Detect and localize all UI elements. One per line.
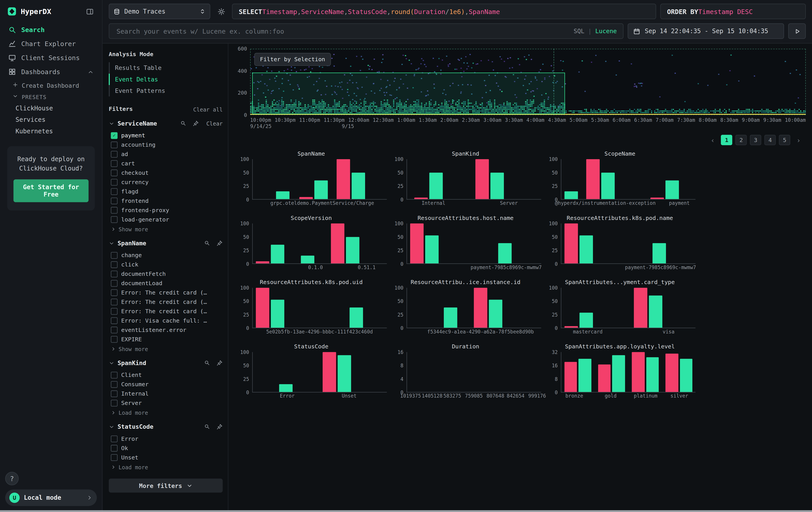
pagination-prev[interactable]: ‹: [707, 136, 718, 144]
checkbox[interactable]: [111, 390, 117, 397]
filter-option-consumer[interactable]: Consumer: [109, 380, 223, 389]
more-filters-button[interactable]: More filters: [109, 479, 223, 493]
sidebar-item-clickhouse[interactable]: ClickHouse: [0, 103, 102, 114]
filter-option-server[interactable]: Server: [109, 398, 223, 408]
order-by-input[interactable]: ORDER BY Timestamp DESC: [660, 4, 806, 19]
analysis-mode-results-table[interactable]: Results Table: [109, 62, 223, 74]
filter-option-error-visa-cache-full[interactable]: Error: Visa cache full: …: [109, 316, 223, 325]
facet-pin-icon[interactable]: [193, 120, 199, 127]
filter-option-error-the-credit-card[interactable]: Error: The credit card (…: [109, 297, 223, 306]
sidebar-item-client-sessions[interactable]: Client Sessions: [0, 51, 102, 65]
facet-search-icon[interactable]: [204, 424, 210, 430]
checkbox[interactable]: [111, 252, 117, 259]
analysis-mode-event-patterns[interactable]: Event Patterns: [109, 85, 223, 97]
facet-clear-button[interactable]: Clear: [206, 120, 223, 127]
analysis-mode-event-deltas[interactable]: Event Deltas: [109, 74, 223, 85]
checkbox[interactable]: [111, 141, 117, 148]
filter-option-ad[interactable]: ad: [109, 150, 223, 159]
source-select[interactable]: Demo Traces: [109, 4, 210, 19]
filter-option-load-generator[interactable]: load-generator: [109, 215, 223, 224]
sidebar-item-services[interactable]: Services: [0, 114, 102, 125]
checkbox[interactable]: [111, 317, 117, 324]
facet-pin-icon[interactable]: [216, 360, 223, 366]
load-more-button[interactable]: Load more: [109, 462, 223, 470]
filter-option-click[interactable]: click: [109, 260, 223, 269]
checkbox[interactable]: [111, 197, 117, 204]
filter-option-documentload[interactable]: documentLoad: [109, 278, 223, 288]
filter-option-error[interactable]: Error: [109, 434, 223, 443]
filter-option-ok[interactable]: Ok: [109, 443, 223, 453]
heatmap-plot[interactable]: Filter by Selection: [250, 49, 806, 115]
heatmap-selection[interactable]: [252, 73, 565, 114]
checkbox[interactable]: [111, 289, 117, 296]
sidebar-item-search[interactable]: Search: [0, 23, 102, 37]
checkbox[interactable]: [111, 216, 117, 223]
checkbox[interactable]: ✓: [111, 132, 117, 139]
checkbox[interactable]: [111, 372, 117, 378]
filter-option-flagd[interactable]: flagd: [109, 187, 223, 196]
create-dashboard-button[interactable]: Create Dashboard: [0, 80, 102, 91]
settings-gear-button[interactable]: [214, 4, 228, 19]
checkbox[interactable]: [111, 381, 117, 387]
checkbox[interactable]: [111, 188, 117, 194]
checkbox[interactable]: [111, 261, 117, 268]
pagination-page-5[interactable]: 5: [779, 135, 790, 145]
user-menu[interactable]: U Local mode: [5, 489, 97, 506]
pagination-page-4[interactable]: 4: [764, 135, 776, 145]
checkbox[interactable]: [111, 280, 117, 287]
filter-option-payment[interactable]: ✓payment: [109, 131, 223, 140]
filter-option-error-the-credit-card[interactable]: Error: The credit card (…: [109, 306, 223, 316]
facet-search-icon[interactable]: [204, 240, 210, 246]
horizontal-scrollbar[interactable]: [0, 510, 812, 512]
facet-pin-icon[interactable]: [216, 424, 223, 430]
filter-option-documentfetch[interactable]: documentFetch: [109, 269, 223, 278]
checkbox[interactable]: [111, 179, 117, 185]
checkbox[interactable]: [111, 454, 117, 461]
pagination-page-3[interactable]: 3: [750, 135, 761, 145]
presets-toggle[interactable]: PRESETS: [0, 91, 102, 103]
filter-option-currency[interactable]: currency: [109, 178, 223, 187]
clear-all-button[interactable]: Clear all: [193, 106, 223, 112]
help-button[interactable]: ?: [5, 472, 19, 485]
lang-toggle-sql[interactable]: SQL: [574, 27, 584, 35]
filter-option-checkout[interactable]: checkout: [109, 168, 223, 178]
filter-option-cart[interactable]: cart: [109, 159, 223, 168]
sidebar-item-chart-explorer[interactable]: Chart Explorer: [0, 37, 102, 51]
filter-option-internal[interactable]: Internal: [109, 389, 223, 398]
filter-option-frontend[interactable]: frontend: [109, 196, 223, 205]
run-query-button[interactable]: [788, 23, 806, 39]
checkbox[interactable]: [111, 308, 117, 314]
checkbox[interactable]: [111, 336, 117, 342]
checkbox[interactable]: [111, 444, 117, 451]
filter-option-eventlistener-error[interactable]: eventListener.error: [109, 325, 223, 334]
date-range-picker[interactable]: Sep 14 22:04:35 - Sep 15 10:04:35: [628, 23, 784, 39]
load-more-button[interactable]: Load more: [109, 408, 223, 416]
sql-select-input[interactable]: SELECT Timestamp, ServiceName, StatusCod…: [232, 4, 656, 19]
checkbox[interactable]: [111, 160, 117, 167]
checkbox[interactable]: [111, 151, 117, 157]
checkbox[interactable]: [111, 270, 117, 277]
filter-option-unset[interactable]: Unset: [109, 453, 223, 462]
checkbox[interactable]: [111, 298, 117, 305]
checkbox[interactable]: [111, 400, 117, 406]
filter-option-expire[interactable]: EXPIRE: [109, 334, 223, 344]
search-box[interactable]: SQL | Lucene: [109, 23, 624, 39]
filter-option-frontend-proxy[interactable]: frontend-proxy: [109, 205, 223, 215]
checkbox[interactable]: [111, 326, 117, 333]
filter-option-error-the-credit-card[interactable]: Error: The credit card (…: [109, 288, 223, 297]
filter-option-change[interactable]: change: [109, 250, 223, 260]
sidebar-item-dashboards[interactable]: Dashboards: [0, 65, 102, 79]
filter-by-selection-button[interactable]: Filter by Selection: [254, 53, 331, 66]
sidebar-item-kubernetes[interactable]: Kubernetes: [0, 126, 102, 137]
lang-toggle-lucene[interactable]: Lucene: [595, 27, 617, 35]
facet-pin-icon[interactable]: [216, 240, 223, 246]
pagination-page-1[interactable]: 1: [721, 135, 732, 145]
sidebar-collapse-button[interactable]: [85, 6, 95, 16]
pagination-next[interactable]: ›: [793, 136, 804, 144]
filter-option-accounting[interactable]: accounting: [109, 140, 223, 150]
checkbox[interactable]: [111, 435, 117, 442]
checkbox[interactable]: [111, 169, 117, 176]
search-input[interactable]: [115, 27, 570, 36]
filter-option-client[interactable]: Client: [109, 370, 223, 380]
facet-search-icon[interactable]: [204, 360, 210, 366]
